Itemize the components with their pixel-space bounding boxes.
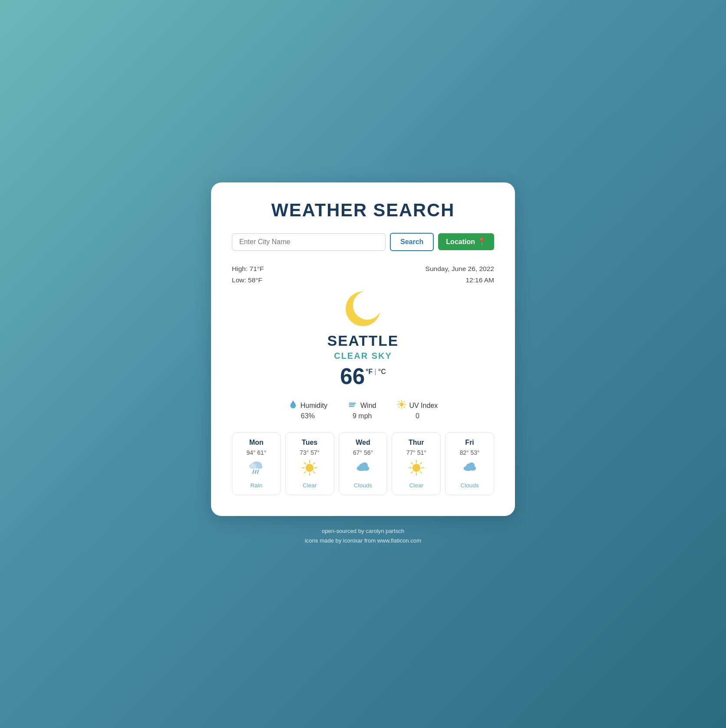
weather-card: WEATHER SEARCH Search Location 📍 High: 7… [211,182,515,516]
search-input[interactable] [232,233,386,251]
location-button[interactable]: Location 📍 [438,233,494,250]
moon-icon [343,289,383,328]
temp-separator: | [374,368,376,376]
fc-temps-tues: 73° 57° [300,449,320,456]
svg-line-42 [420,463,422,464]
svg-line-23 [304,463,306,464]
footer-line1: open-sourced by carolyn partsch [305,526,421,536]
temp-value: 66 [340,364,365,389]
fc-day-mon: Mon [249,439,264,447]
main-weather-section: SEATTLE CLEAR SKY 66 °F | °C [232,289,494,389]
stats-row: Humidity 63% Wind 9 mph [232,400,494,420]
svg-line-16 [255,470,257,474]
uv-label: UV Index [409,402,438,410]
fc-temps-mon: 94° 61° [246,449,266,456]
hi-low-section: High: 71°F Low: 58°F [232,263,264,286]
temp-unit-c[interactable]: °C [378,368,386,376]
humidity-label: Humidity [300,402,327,410]
temp-unit-f[interactable]: °F [366,368,373,376]
svg-point-34 [363,467,370,471]
uv-icon [397,400,406,411]
svg-point-47 [469,467,476,471]
footer-line2: icons made by iconixar from www.flaticon… [305,536,421,546]
date-display: Sunday, June 26, 2022 [426,263,494,275]
humidity-icon [288,400,298,411]
svg-line-15 [253,470,254,474]
svg-line-17 [257,470,259,474]
svg-line-41 [420,472,422,473]
forecast-card-tues: Tues 73° 57° Clear [285,432,334,495]
cloud-icon-wed [354,459,372,479]
forecast-card-thur: Thur 77° 51° Clear [392,432,441,495]
cloud-icon-fri [461,459,479,479]
low-temp: Low: 58°F [232,275,264,286]
fc-temps-thur: 77° 51° [406,449,426,456]
city-name: SEATTLE [327,333,399,349]
svg-line-11 [399,407,399,408]
time-display: 12:16 AM [426,275,494,286]
search-button[interactable]: Search [390,233,434,251]
svg-point-35 [412,464,420,472]
svg-line-9 [404,407,405,408]
location-pin-icon: 📍 [478,238,486,246]
date-time-section: Sunday, June 26, 2022 12:16 AM [426,263,494,286]
svg-point-18 [306,464,314,472]
sun-icon-thur [407,459,426,479]
svg-point-14 [257,465,263,470]
high-temp: High: 71°F [232,263,264,275]
uv-value: 0 [416,412,419,420]
wind-icon [348,400,358,411]
fc-condition-mon: Rain [250,482,262,489]
uv-stat: UV Index 0 [397,400,438,420]
sun-icon-tues [300,459,319,479]
svg-line-40 [411,463,413,464]
weather-condition: CLEAR SKY [334,351,392,361]
forecast-card-fri: Fri 82° 53° Clouds [445,432,494,495]
svg-line-10 [404,401,405,402]
fc-day-thur: Thur [409,439,424,447]
fc-condition-thur: Clear [409,482,423,489]
fc-day-fri: Fri [465,439,474,447]
svg-line-26 [304,472,306,473]
forecast-row: Mon 94° 61° Rain Tues 73° 57° [232,432,494,495]
footer: open-sourced by carolyn partsch icons ma… [305,526,421,546]
fc-temps-fri: 82° 53° [460,449,480,456]
fc-condition-fri: Clouds [460,482,478,489]
temperature-row: 66 °F | °C [340,364,386,389]
rain-icon [247,459,265,479]
weather-meta: High: 71°F Low: 58°F Sunday, June 26, 20… [232,263,494,286]
humidity-stat: Humidity 63% [288,400,327,420]
svg-line-8 [399,401,399,402]
svg-line-24 [314,472,315,473]
fc-day-wed: Wed [356,439,370,447]
search-row: Search Location 📍 [232,233,494,251]
wind-value: 9 mph [353,412,372,420]
forecast-card-wed: Wed 67° 56° Clouds [339,432,388,495]
svg-point-3 [400,403,404,407]
svg-line-25 [314,463,315,464]
fc-temps-wed: 67° 56° [353,449,373,456]
forecast-card-mon: Mon 94° 61° Rain [232,432,281,495]
wind-label: Wind [360,402,376,410]
svg-line-43 [411,472,413,473]
fc-condition-tues: Clear [303,482,317,489]
svg-point-13 [249,463,257,469]
fc-condition-wed: Clouds [354,482,372,489]
wind-stat: Wind 9 mph [348,400,376,420]
app-title: WEATHER SEARCH [232,200,494,221]
humidity-value: 63% [301,412,315,420]
fc-day-tues: Tues [302,439,317,447]
